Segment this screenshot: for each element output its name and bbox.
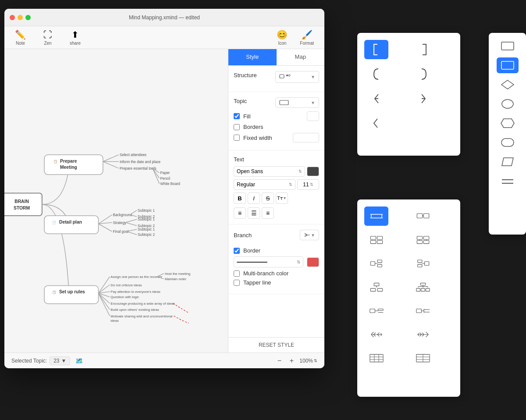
bold-button[interactable]: B — [234, 192, 246, 204]
shape-bracket-left[interactable] — [364, 40, 388, 59]
italic-button[interactable]: I — [248, 192, 260, 204]
svg-rect-82 — [377, 264, 382, 267]
branch-shape-tree-left[interactable] — [364, 254, 388, 273]
small-shape-rect[interactable] — [497, 38, 519, 54]
app-window: Mind Mapping.xmind — edited ✏️ Note ⛶ Ze… — [4, 9, 324, 368]
branch-shape-table[interactable] — [364, 349, 388, 368]
zoom-percent: 100% — [299, 358, 313, 364]
text-size-button[interactable]: Tᴛ ▼ — [276, 192, 288, 204]
small-shape-rounded-rect[interactable] — [497, 135, 519, 150]
format-button[interactable]: 🖌️ Format — [296, 28, 317, 47]
structure-dropdown[interactable]: ▼ — [275, 71, 319, 83]
zoom-out-button[interactable]: − — [275, 356, 284, 365]
close-button[interactable] — [10, 15, 15, 20]
small-shape-lines[interactable] — [497, 173, 519, 189]
branch-dropdown[interactable]: ▼ — [300, 230, 319, 240]
shape-triple-fork-left[interactable] — [364, 89, 388, 108]
strikethrough-button[interactable]: S — [262, 192, 274, 204]
tab-style[interactable]: Style — [228, 49, 277, 65]
border-label: Border — [243, 247, 260, 254]
small-shape-circle[interactable] — [497, 96, 519, 112]
tab-map[interactable]: Map — [277, 49, 325, 65]
small-shape-parallelogram[interactable] — [497, 154, 519, 170]
font-style-row: Regular ⇅ 11 ⇅ — [234, 179, 319, 190]
branch-label: Branch — [234, 232, 252, 238]
zen-button[interactable]: ⛶ Zen — [40, 28, 56, 47]
align-left-button[interactable]: ≡ — [234, 207, 246, 219]
svg-rect-69 — [370, 236, 376, 239]
svg-rect-0 — [4, 193, 42, 216]
font-family-select[interactable]: Open Sans ⇅ — [234, 166, 305, 177]
minimize-button[interactable] — [18, 15, 23, 20]
shape-bracket-right[interactable] — [412, 40, 436, 59]
align-center-button[interactable]: ☰ — [248, 207, 260, 219]
branch-shape-table2[interactable] — [411, 349, 435, 368]
small-shape-hexagon[interactable] — [497, 115, 519, 131]
border-color-swatch[interactable] — [307, 257, 319, 267]
svg-text:Maintain order: Maintain order — [165, 277, 187, 281]
branch-shape-horiz-bar[interactable] — [364, 301, 388, 320]
branch-shape-bow[interactable] — [364, 206, 388, 226]
branch-shape-horiz-bar2[interactable] — [411, 301, 435, 320]
multi-branch-row: Multi-branch color — [234, 270, 319, 277]
branch-shape-tree-right[interactable] — [411, 254, 435, 273]
topic-dropdown[interactable]: ▼ — [275, 97, 319, 108]
branch-shape-fish-right[interactable] — [411, 325, 435, 344]
share-button[interactable]: ⬆ share — [66, 28, 84, 47]
svg-text:Subtopic 1: Subtopic 1 — [138, 209, 155, 213]
map-icon[interactable]: 🗺️ — [75, 357, 83, 364]
zoom-value-display[interactable]: 100% ⇅ — [299, 358, 317, 364]
font-size-select[interactable]: 11 ⇅ — [297, 179, 319, 190]
window-controls — [10, 15, 31, 20]
svg-rect-100 — [370, 309, 375, 313]
border-row: Border — [234, 247, 319, 254]
small-shape-rect-selected[interactable] — [497, 57, 519, 73]
svg-rect-90 — [377, 288, 383, 291]
canvas-area[interactable]: BRAIN STORM 📋 Prepare Meeting — [4, 49, 228, 352]
share-icon: ⬆ — [71, 29, 79, 40]
borders-checkbox[interactable] — [234, 124, 240, 130]
svg-rect-79 — [370, 262, 375, 266]
text-color-swatch[interactable] — [307, 167, 319, 176]
topic-section: Topic ▼ Fill — [228, 92, 324, 151]
svg-rect-97 — [416, 288, 420, 291]
zoom-chevron: ⇅ — [314, 359, 317, 363]
text-style-row: B I S Tᴛ ▼ — [234, 192, 319, 204]
branch-shape-fish-left[interactable] — [364, 325, 388, 344]
small-shape-diamond[interactable] — [497, 77, 519, 93]
branch-shape-org-multi[interactable] — [411, 278, 435, 297]
fill-color-swatch[interactable] — [307, 111, 319, 121]
branch-shape-rect-split[interactable] — [411, 206, 435, 226]
note-button[interactable]: ✏️ Note — [11, 28, 29, 47]
topic-count-dropdown[interactable]: 23 ▼ — [50, 356, 70, 365]
branch-shape-double-rect[interactable] — [364, 230, 388, 249]
svg-text:Subtopic 1: Subtopic 1 — [138, 228, 155, 231]
font-style-select[interactable]: Regular ⇅ — [234, 179, 295, 190]
svg-rect-81 — [377, 260, 382, 263]
svg-text:Meeting: Meeting — [60, 165, 77, 170]
shape-fork-right[interactable] — [412, 64, 436, 84]
svg-text:Pencil: Pencil — [160, 177, 171, 181]
fixed-width-checkbox[interactable] — [234, 135, 240, 141]
svg-line-32 — [125, 222, 137, 225]
structure-icon — [279, 73, 291, 81]
shape-fork-left[interactable] — [364, 64, 388, 84]
svg-text:Strategy: Strategy — [113, 221, 127, 225]
border-style-select[interactable]: ⇅ — [234, 256, 303, 267]
border-checkbox[interactable] — [234, 248, 240, 254]
maximize-button[interactable] — [25, 15, 31, 20]
topic-label: Topic — [234, 98, 247, 104]
fill-checkbox[interactable] — [234, 113, 240, 119]
reset-style-button[interactable]: RESET STYLE — [228, 337, 324, 352]
svg-rect-73 — [417, 236, 422, 239]
multi-branch-checkbox[interactable] — [234, 271, 240, 277]
zoom-in-button[interactable]: + — [287, 356, 296, 365]
shape-half-bracket-left[interactable] — [364, 114, 388, 133]
icon-button[interactable]: 😊 Icon — [273, 28, 291, 47]
fixed-width-input[interactable]: 123 px — [293, 133, 319, 142]
align-right-button[interactable]: ≡ — [262, 207, 274, 219]
tapper-checkbox[interactable] — [234, 280, 240, 286]
branch-shape-org-down[interactable] — [364, 278, 388, 297]
shape-triple-fork-right[interactable] — [412, 89, 436, 108]
branch-shape-connected[interactable] — [411, 230, 435, 249]
